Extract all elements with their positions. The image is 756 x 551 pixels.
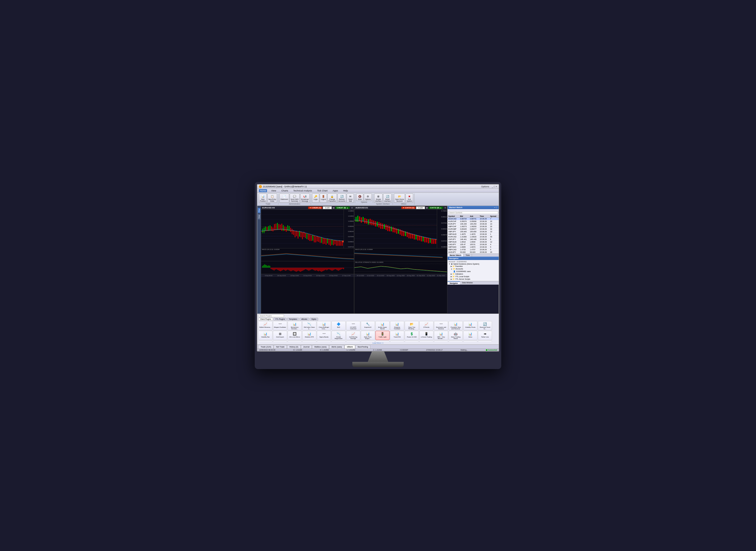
mw-row[interactable]: GBP/CAD1.47331.473715:36:264 — [448, 248, 499, 251]
mw-row[interactable]: EUR/GBP0.894450.8947715:36:2632 — [448, 228, 499, 230]
side-tab-plugins[interactable]: Plug — [258, 208, 260, 213]
plugin-item[interactable]: 📊Relative ATR — [302, 331, 316, 340]
logout-button[interactable]: 🚪 Logout — [320, 193, 327, 203]
mw-row[interactable]: GBP/AUD1.66181.663015:36:2612 — [448, 241, 499, 243]
mw-row[interactable]: EUR/CHF0.950700.9509015:36:2620 — [448, 220, 499, 223]
plugin-item[interactable]: 〰Navel EMA — [390, 341, 404, 342]
reset-interface-button[interactable]: 🔄 ResetInterface — [383, 193, 392, 203]
mw-collapse-icon[interactable]: − □ — [494, 206, 497, 209]
bottom-tab[interactable]: Net Trade — [274, 345, 287, 349]
mw-col-symbol[interactable]: Symbol — [448, 215, 459, 217]
nav-tab-data-window[interactable]: Data Window — [460, 281, 475, 285]
plugin-item[interactable]: 🔲All in one Mirror — [288, 331, 302, 340]
bottom-tab[interactable]: Journal — [301, 345, 312, 349]
bottom-tab[interactable]: BackTesting — [355, 345, 370, 349]
plugin-item[interactable]: 🧭iCompass — [405, 341, 419, 342]
nav-server-scripts[interactable]: ▶ 📁 YTL Server Scripts — [448, 278, 498, 281]
bottom-tab[interactable]: Mailbox (sara) — [312, 345, 329, 349]
nav-hybrid-solutions[interactable]: ▼ 🖥 Hybrid Solutions (Demo System) — [448, 263, 498, 265]
plugin-item[interactable]: 📱e-Smart Trading — [419, 331, 434, 340]
plugin-item[interactable]: 📉Simple Regression — [331, 331, 346, 340]
plugin-item[interactable]: 📊iDoubleCha... — [331, 341, 346, 342]
mw-search-input[interactable] — [448, 211, 498, 214]
mw-row[interactable]: EUR/CAD1.310801.3302015:36:2640 — [448, 235, 499, 238]
mw-row[interactable]: GBP/CHF1.062731.0629315:36:2620 — [448, 225, 499, 228]
plugin-item[interactable]: 📊HLC — [258, 341, 272, 342]
audusd-sell-btn[interactable]: ▼ 0.64724 (S) — [402, 206, 416, 209]
plugin-item[interactable]: 📌Pivot — [302, 341, 316, 342]
plugin-item[interactable]: 📊VBS – Very Blonde ... — [434, 331, 448, 340]
mw-row[interactable]: GBP/AUD1.48751.487615:36:261 — [448, 233, 499, 235]
plugin-item[interactable]: ➡Tether Line — [478, 331, 492, 340]
plugin-item[interactable]: 📊Volatility Bar — [258, 331, 272, 340]
nav-local-scripts[interactable]: ▶ 📁 YTL Local Scripts — [448, 276, 498, 278]
plugins-search-input[interactable] — [258, 315, 284, 317]
plugin-item[interactable]: 📈Bullish Reverse... — [258, 321, 272, 330]
audusd-close-icon[interactable]: ⊠ — [445, 207, 446, 209]
mw-row[interactable]: CAD/JPY105.47105.5115:36:264 — [448, 243, 499, 246]
plugin-item[interactable]: 🔄Reversal Trend fo... — [478, 321, 492, 330]
change-password-button[interactable]: 🔒 ChangePassword — [327, 193, 337, 203]
options-button[interactable]: ⚙ Options — [364, 193, 371, 201]
plugin-item[interactable]: 📈DTrends — [419, 321, 434, 330]
mw-row[interactable]: GBP/NZD1.89651.897015:36:265 — [448, 246, 499, 248]
menu-charts[interactable]: Charts — [280, 189, 289, 192]
plugin-item[interactable]: 📉Dbl Index Clean e... — [302, 321, 316, 330]
mw-tab-ticks[interactable]: Ticks — [464, 254, 472, 256]
open-demo-button[interactable]: 📂 Open DemoAccount — [394, 193, 405, 203]
menu-tick[interactable]: Tick Chart — [316, 189, 329, 192]
mw-col-time[interactable]: Time — [479, 215, 489, 217]
mw-row[interactable]: CHF/JPY146.441146.44915:36:268 — [448, 238, 499, 241]
refresh-accounts-button[interactable]: 🔄 RefreshAccounts — [337, 193, 346, 203]
plugin-item[interactable]: 〰Sigma Bands — [317, 331, 331, 340]
plugin-item[interactable]: 📊Disparity Oscillator — [390, 321, 404, 330]
simple-interface-button[interactable]: 🖥 SimpleInterface — [374, 193, 383, 203]
menu-technical[interactable]: Technical Analysis — [292, 189, 313, 192]
mw-row[interactable]: GBP/JPY155.640155.65015:36:2610 — [448, 230, 499, 233]
new-entry-order-button[interactable]: 📋 New EntryOrder — [267, 193, 277, 203]
menu-view[interactable]: View — [270, 189, 277, 192]
login-button[interactable]: 🔑 Login — [312, 193, 319, 203]
statement-button[interactable]: 📄 Statement — [279, 193, 289, 203]
plugin-item[interactable]: 📊Emilio Super Bands — [375, 321, 390, 330]
send-mail-button[interactable]: ✉ SendMail — [347, 193, 354, 203]
mw-col-bid[interactable]: Bid — [459, 215, 469, 217]
plugin-item[interactable]: 📂Open Two Pending... — [405, 321, 419, 330]
plugin-item[interactable]: 〰DD Adaptive EMA — [478, 341, 492, 342]
plugin-item[interactable]: 💲Power of USD — [405, 331, 419, 340]
plugin-item[interactable]: 🔷BoD — [331, 321, 346, 330]
options-label[interactable]: Options — [481, 185, 489, 188]
plugin-item[interactable]: 📊SVE Stochastic RSI — [463, 341, 477, 342]
ptab-ytl[interactable]: YTL Plugins — [273, 318, 287, 321]
ptab-styles[interactable]: Styles — [310, 318, 318, 321]
plugin-item[interactable]: 📊StochOn MA — [419, 341, 434, 342]
mw-row[interactable]: AUD/CAD0.887340.8874115:36:267 — [448, 217, 499, 220]
new-position-button[interactable]: 📊 NewPosition — [259, 193, 267, 203]
exit-button[interactable]: ✖ ExitSystem — [406, 193, 413, 203]
nav-tab-navigator[interactable]: Navigator — [448, 281, 460, 285]
mw-row[interactable]: EUR/JPY139.239139.25315:36:2614 — [448, 223, 499, 225]
plugin-item[interactable]: 🚦Traffic Light — [375, 331, 390, 340]
nav-account-sara[interactable]: 👤 2132995492: sara — [448, 270, 498, 273]
plugin-item[interactable]: 📊Momentum Deviatio... — [288, 321, 302, 330]
plugin-item[interactable]: 💱EURUSD — [434, 341, 448, 342]
ptab-ebooks[interactable]: eBooks — [299, 318, 309, 321]
eurusd-sell-btn[interactable]: ▼ 0.96280 (S) — [308, 206, 322, 209]
bottom-tab[interactable]: vStore — [344, 345, 355, 349]
audusd-lot-input[interactable] — [416, 206, 425, 209]
load-more-btn[interactable]: Load More >> — [258, 342, 498, 344]
mw-tab-market-watch[interactable]: Market Watch — [448, 254, 464, 256]
plugin-item[interactable]: 💲USDX — [273, 341, 287, 342]
ptab-client[interactable]: Client Plugins — [258, 318, 273, 321]
bottom-tab[interactable]: Trade (21/0) — [258, 345, 273, 349]
eurusd-buy-btn[interactable]: 0.96287 (B) ▲ — [335, 206, 350, 209]
send-sms-button[interactable]: 💬 Send SMSSummary — [290, 193, 300, 203]
menu-help[interactable]: Help — [342, 189, 349, 192]
plugin-item[interactable]: 📊Daily Pivot, Suppo... — [361, 331, 375, 340]
plugin-item[interactable]: 📊RSIorPSAR — [317, 341, 331, 342]
bottom-tab[interactable]: Alerts (sara) — [329, 345, 344, 349]
plugin-item[interactable]: 📊Parabolic Stop and Reverse — [449, 321, 463, 330]
eurusd-lot-input[interactable] — [323, 206, 332, 209]
eurusd-close-icon[interactable]: ⊠ — [351, 207, 353, 209]
plugin-item[interactable]: 📊HLC Trend — [449, 341, 463, 342]
